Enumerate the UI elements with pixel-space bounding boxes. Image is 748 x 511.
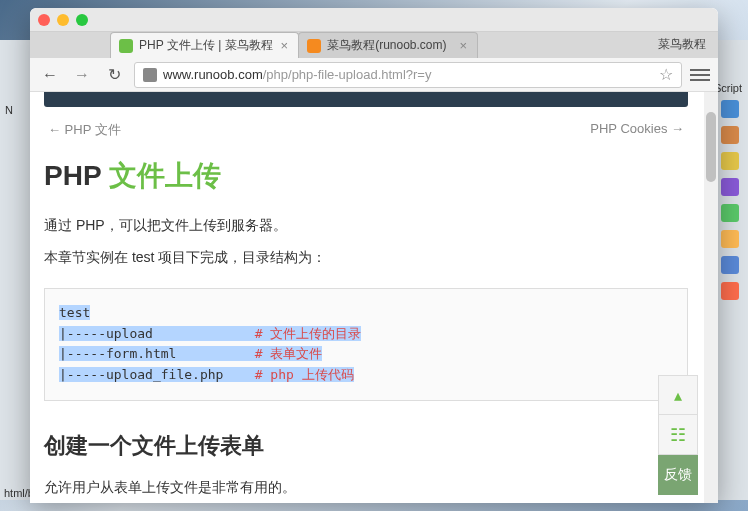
tool-icon[interactable] <box>721 100 739 118</box>
window-titlebar <box>30 8 718 32</box>
tab-label: 菜鸟教程(runoob.com) <box>327 37 451 54</box>
traffic-lights <box>38 14 88 26</box>
tab-close-icon[interactable]: × <box>279 38 291 53</box>
runoob-favicon-icon <box>119 39 133 53</box>
page-info-icon[interactable] <box>143 68 157 82</box>
tool-icon[interactable] <box>721 152 739 170</box>
xampp-favicon-icon <box>307 39 321 53</box>
maximize-window-button[interactable] <box>76 14 88 26</box>
floating-buttons: ▴ ☷ 反馈 <box>658 375 698 495</box>
bookmark-star-icon[interactable]: ☆ <box>659 65 673 84</box>
page-nav-links: ← PHP 文件 PHP Cookies → <box>44 107 688 149</box>
scroll-top-button[interactable]: ▴ <box>658 375 698 415</box>
tab-strip: PHP 文件上传 | 菜鸟教程 × 菜鸟教程(runoob.com) × 菜鸟教… <box>30 32 718 58</box>
intro-paragraph: 通过 PHP，可以把文件上传到服务器。 <box>44 209 688 241</box>
right-toolbar <box>716 100 744 300</box>
nav-reload-button[interactable]: ↻ <box>102 63 126 87</box>
tab-php-upload[interactable]: PHP 文件上传 | 菜鸟教程 × <box>110 32 299 58</box>
code-block[interactable]: test |-----upload # 文件上传的目录 |-----form.h… <box>44 288 688 401</box>
scrollbar-thumb[interactable] <box>706 112 716 182</box>
tool-icon[interactable] <box>721 178 739 196</box>
prev-link[interactable]: ← PHP 文件 <box>48 121 121 139</box>
address-bar-row: ← → ↻ www.runoob.com/php/php-file-upload… <box>30 58 718 92</box>
url-path: /php/php-file-upload.html?r=y <box>263 67 432 82</box>
vertical-scrollbar[interactable] <box>704 92 718 503</box>
structure-paragraph: 本章节实例在 test 项目下完成，目录结构为： <box>44 241 688 273</box>
url-domain: www.runoob.com <box>163 67 263 82</box>
address-bar[interactable]: www.runoob.com/php/php-file-upload.html?… <box>134 62 682 88</box>
site-header-bar <box>44 92 688 107</box>
page-title: PHP 文件上传 <box>44 149 688 209</box>
section-heading: 创建一个文件上传表单 <box>44 415 688 471</box>
browser-window: PHP 文件上传 | 菜鸟教程 × 菜鸟教程(runoob.com) × 菜鸟教… <box>30 8 718 503</box>
tab-label: PHP 文件上传 | 菜鸟教程 <box>139 37 273 54</box>
tool-icon[interactable] <box>721 204 739 222</box>
feedback-button[interactable]: 反馈 <box>658 455 698 495</box>
qr-code-button[interactable]: ☷ <box>658 415 698 455</box>
nav-forward-button[interactable]: → <box>70 63 94 87</box>
tab-runoob-home[interactable]: 菜鸟教程(runoob.com) × <box>298 32 478 58</box>
tool-icon[interactable] <box>721 282 739 300</box>
bookmark-menu-label[interactable]: 菜鸟教程 <box>658 36 706 53</box>
tab-close-icon[interactable]: × <box>458 38 470 53</box>
bg-right-label: Script <box>714 82 742 94</box>
browser-menu-button[interactable] <box>690 65 710 85</box>
tool-icon[interactable] <box>721 230 739 248</box>
tool-icon[interactable] <box>721 256 739 274</box>
body-paragraph: 允许用户从表单上传文件是非常有用的。 <box>44 471 688 503</box>
tool-icon[interactable] <box>721 126 739 144</box>
close-window-button[interactable] <box>38 14 50 26</box>
next-link[interactable]: PHP Cookies → <box>590 121 684 139</box>
page-content: ← PHP 文件 PHP Cookies → PHP 文件上传 通过 PHP，可… <box>44 92 688 503</box>
nav-back-button[interactable]: ← <box>38 63 62 87</box>
page-viewport: ← PHP 文件 PHP Cookies → PHP 文件上传 通过 PHP，可… <box>30 92 718 503</box>
minimize-window-button[interactable] <box>57 14 69 26</box>
